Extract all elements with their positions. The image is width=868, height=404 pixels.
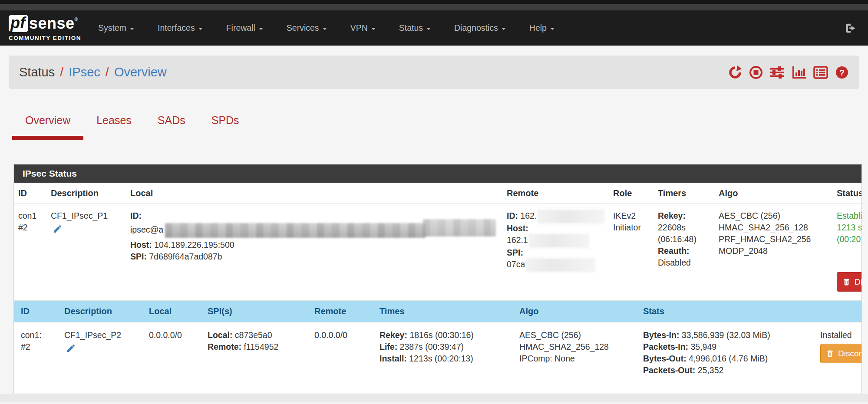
child-status-cell: Installed Disconnect xyxy=(813,322,861,394)
breadcrumb-separator: / xyxy=(106,65,109,79)
edit-pencil-icon[interactable] xyxy=(53,224,63,234)
child-local-subnet: 0.0.0.0/0 xyxy=(149,329,194,341)
chevron-down-icon xyxy=(259,28,263,30)
col-timers: Timers xyxy=(653,183,714,204)
child-header-row: ID Description Local SPI(s) Remote Times… xyxy=(14,301,861,322)
child-remote-cell: 0.0.0.0/0 xyxy=(307,322,373,394)
child-connection-id: con1: xyxy=(21,329,50,341)
child-sa-row: con1: #2 CF1_IPsec_P2 xyxy=(14,322,861,394)
edit-pencil-icon[interactable] xyxy=(66,343,76,353)
child-algo-ipcomp: IPComp: None xyxy=(519,353,629,365)
col-child-status xyxy=(813,301,861,322)
local-id-value: ipsec@a xyxy=(130,225,163,234)
log-list-icon[interactable] xyxy=(813,66,828,79)
stop-icon[interactable] xyxy=(749,66,763,79)
help-icon[interactable]: ? xyxy=(835,66,849,79)
nav-item-system[interactable]: System xyxy=(86,23,146,33)
col-id: ID xyxy=(14,183,46,204)
remote-id-label: ID: xyxy=(507,211,518,220)
redacted-blur xyxy=(538,210,604,223)
disconnect-label: Disconnect xyxy=(855,276,861,288)
panel-body: ID Description Local Remote Role Timers … xyxy=(14,183,861,394)
col-remote: Remote xyxy=(502,183,609,204)
tab-leases[interactable]: Leases xyxy=(83,108,145,140)
local-spi-value: 7d689f64a7ad087b xyxy=(149,252,222,261)
child-disconnect-button[interactable]: Disconnect xyxy=(820,344,861,363)
tab-spds[interactable]: SPDs xyxy=(198,108,252,140)
redacted-blur xyxy=(527,259,594,271)
chevron-down-icon xyxy=(550,28,554,30)
panel-title: IPsec Status xyxy=(14,164,861,183)
breadcrumb-bar: Status / IPsec / Overview xyxy=(9,56,859,89)
child-life-value: 2387s (00:39:47) xyxy=(400,342,464,351)
child-install-label: Install: xyxy=(380,354,407,363)
bytes-out-value: 4,996,016 (4.76 MiB) xyxy=(689,354,768,363)
connection-id: con1 xyxy=(18,210,42,222)
col-description: Description xyxy=(46,183,126,204)
col-child-description: Description xyxy=(57,301,142,322)
child-rekey-value: 1816s (00:30:16) xyxy=(409,330,473,340)
refresh-icon[interactable] xyxy=(728,66,742,79)
child-life-label: Life: xyxy=(380,342,397,351)
pfsense-logo[interactable]: pf sense ® COMMUNITY EDITION xyxy=(9,15,81,41)
nav-item-vpn[interactable]: VPN xyxy=(339,23,387,33)
col-child-stats: Stats xyxy=(636,301,813,322)
ike-role-cell: IKEv2 Initiator xyxy=(609,204,653,301)
sign-out-icon[interactable] xyxy=(845,22,857,34)
nav-item-status[interactable]: Status xyxy=(387,23,442,33)
spi-remote-value: f1154952 xyxy=(244,342,278,351)
filter-sliders-icon[interactable] xyxy=(770,66,785,79)
tab-sads[interactable]: SADs xyxy=(145,108,198,140)
disconnect-label: Disconnect xyxy=(838,348,861,359)
col-child-local: Local xyxy=(142,301,201,322)
breadcrumb-link-overview[interactable]: Overview xyxy=(114,65,167,79)
bar-chart-icon[interactable] xyxy=(792,66,806,79)
page-actions: ? xyxy=(728,66,849,79)
spi-local-label: Local: xyxy=(208,330,232,340)
breadcrumb-link-ipsec[interactable]: IPsec xyxy=(69,65,100,79)
packets-in-label: Packets-In: xyxy=(643,342,688,351)
trash-icon xyxy=(842,278,851,286)
nav-item-help[interactable]: Help xyxy=(518,23,566,33)
trash-icon xyxy=(826,349,834,358)
col-child-id: ID xyxy=(14,301,57,322)
disconnect-button[interactable]: Disconnect xyxy=(837,272,861,292)
remote-spi-value: 07ca xyxy=(507,259,525,269)
redacted-blur xyxy=(530,235,588,247)
chevron-down-icon xyxy=(323,28,327,30)
bytes-out-label: Bytes-Out: xyxy=(643,354,686,363)
spi-remote-label: Remote: xyxy=(208,342,241,351)
child-sa-container-row: ID Description Local SPI(s) Remote Times… xyxy=(14,301,861,394)
nav-menu: System Interfaces Firewall Services VPN … xyxy=(86,23,566,33)
chevron-down-icon xyxy=(371,28,376,30)
nav-item-firewall[interactable]: Firewall xyxy=(215,23,275,33)
chevron-down-icon xyxy=(426,28,431,30)
tab-bar: Overview Leases SADs SPDs xyxy=(12,108,868,140)
remote-host-label: Host: xyxy=(507,223,528,233)
nav-item-services[interactable]: Services xyxy=(275,23,339,33)
col-child-remote: Remote xyxy=(307,301,373,322)
ike-role: Initiator xyxy=(613,222,649,233)
algo-encryption: AES_CBC (256) xyxy=(719,210,828,222)
child-id-cell: con1: #2 xyxy=(14,322,57,394)
child-description: CF1_IPsec_P2 xyxy=(64,329,135,341)
nav-item-interfaces[interactable]: Interfaces xyxy=(146,23,215,33)
child-status-installed: Installed xyxy=(820,329,861,341)
local-id-label: ID: xyxy=(130,211,142,220)
remote-host-value: 162.1 xyxy=(507,235,528,245)
nav-item-diagnostics[interactable]: Diagnostics xyxy=(442,23,518,33)
tab-overview[interactable]: Overview xyxy=(12,108,83,140)
logo-registered-mark: ® xyxy=(75,16,78,22)
logo-pf: pf xyxy=(9,15,28,32)
breadcrumb-section: Status xyxy=(19,65,55,79)
child-algo-integrity: HMAC_SHA2_256_128 xyxy=(519,341,629,353)
status-uptime-hms: (00:20:13) xyxy=(837,233,861,245)
ike-local-cell: ID: ipsec@a Host: 104.189.226.195:500 SP… xyxy=(126,204,502,301)
packets-out-label: Packets-Out: xyxy=(643,365,695,375)
child-description-cell: CF1_IPsec_P2 xyxy=(57,322,142,394)
ike-status-cell: Established 1213 s (00:20:13) Disconnect xyxy=(832,204,861,301)
nav-item-label: Diagnostics xyxy=(454,23,498,33)
tab-label: Leases xyxy=(96,114,132,126)
chevron-down-icon xyxy=(502,28,506,30)
rekey-label: Rekey: xyxy=(658,210,710,222)
